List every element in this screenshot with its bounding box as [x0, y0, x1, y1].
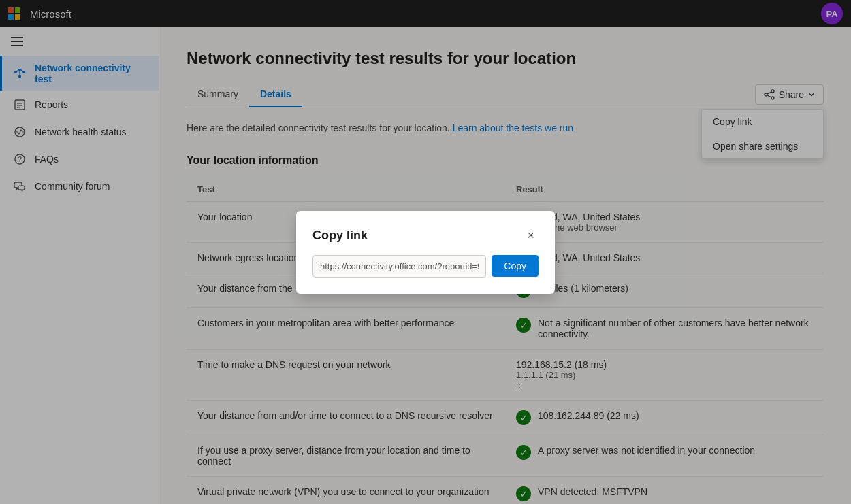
- modal-url-input[interactable]: [312, 255, 486, 278]
- modal-copy-button[interactable]: Copy: [492, 255, 539, 277]
- modal-header: Copy link ×: [312, 227, 539, 244]
- modal-overlay: Copy link × Copy: [0, 0, 851, 504]
- copy-link-modal: Copy link × Copy: [296, 211, 555, 294]
- modal-url-row: Copy: [312, 255, 539, 278]
- modal-title: Copy link: [312, 229, 368, 243]
- modal-close-button[interactable]: ×: [523, 227, 539, 244]
